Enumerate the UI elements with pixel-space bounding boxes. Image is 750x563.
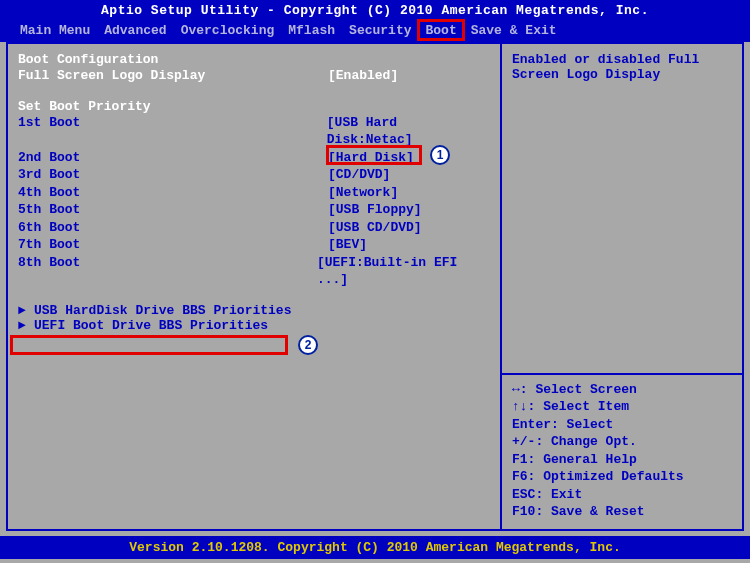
label-7th: 7th Boot (18, 236, 328, 254)
key-select-screen: ↔: Select Screen (512, 381, 732, 399)
label-logo: Full Screen Logo Display (18, 67, 328, 85)
title-bar: Aptio Setup Utility - Copyright (C) 2010… (0, 0, 750, 21)
arrow-icon: ► (18, 318, 28, 333)
key-help: ↔: Select Screen ↑↓: Select Item Enter: … (512, 381, 732, 521)
key-f10: F10: Save & Reset (512, 503, 732, 521)
key-enter: Enter: Select (512, 416, 732, 434)
row-3rd-boot[interactable]: 3rd Boot [CD/DVD] (18, 166, 490, 184)
annotation-circle-2: 2 (298, 335, 318, 355)
label-5th: 5th Boot (18, 201, 328, 219)
menu-save-exit[interactable]: Save & Exit (471, 23, 557, 38)
right-divider (502, 373, 742, 375)
value-logo: [Enabled] (328, 67, 398, 85)
footer-bar: Version 2.10.1208. Copyright (C) 2010 Am… (0, 536, 750, 559)
submenu-usb-bbs[interactable]: ► USB HardDisk Drive BBS Priorities (18, 303, 490, 318)
menu-bar: Main Menu Advanced Overclocking Mflash S… (0, 21, 750, 42)
label-6th: 6th Boot (18, 219, 328, 237)
left-panel: Boot Configuration Full Screen Logo Disp… (8, 44, 502, 529)
arrow-icon: ► (18, 303, 28, 318)
label-1st: 1st Boot (18, 114, 327, 149)
key-change-opt: +/-: Change Opt. (512, 433, 732, 451)
value-8th: [UEFI:Built-in EFI ...] (317, 254, 490, 289)
value-7th: [BEV] (328, 236, 367, 254)
key-select-item: ↑↓: Select Item (512, 398, 732, 416)
menu-advanced[interactable]: Advanced (104, 23, 166, 38)
value-4th: [Network] (328, 184, 398, 202)
row-6th-boot[interactable]: 6th Boot [USB CD/DVD] (18, 219, 490, 237)
label-4th: 4th Boot (18, 184, 328, 202)
label-2nd: 2nd Boot (18, 149, 328, 167)
footer-text: Version 2.10.1208. Copyright (C) 2010 Am… (129, 540, 620, 555)
menu-mflash[interactable]: Mflash (288, 23, 335, 38)
menu-security[interactable]: Security (349, 23, 411, 38)
spacer (18, 85, 490, 99)
title-text: Aptio Setup Utility - Copyright (C) 2010… (101, 3, 649, 18)
value-5th: [USB Floppy] (328, 201, 422, 219)
right-panel: Enabled or disabled Full Screen Logo Dis… (502, 44, 742, 529)
section-boot-config: Boot Configuration (18, 52, 490, 67)
help-line1: Enabled or disabled Full (512, 52, 732, 67)
section-boot-priority: Set Boot Priority (18, 99, 490, 114)
key-esc: ESC: Exit (512, 486, 732, 504)
row-2nd-boot[interactable]: 2nd Boot [Hard Disk] (18, 149, 490, 167)
label-3rd: 3rd Boot (18, 166, 328, 184)
row-5th-boot[interactable]: 5th Boot [USB Floppy] (18, 201, 490, 219)
value-1st: [USB Hard Disk:Netac] (327, 114, 490, 149)
submenu-uefi-bbs[interactable]: ► UEFI Boot Drive BBS Priorities (18, 318, 490, 333)
bios-screen: Aptio Setup Utility - Copyright (C) 2010… (0, 0, 750, 563)
key-f6: F6: Optimized Defaults (512, 468, 732, 486)
menu-boot[interactable]: Boot (426, 23, 457, 38)
value-6th: [USB CD/DVD] (328, 219, 422, 237)
main-area: Boot Configuration Full Screen Logo Disp… (6, 42, 744, 531)
key-f1: F1: General Help (512, 451, 732, 469)
row-logo-display[interactable]: Full Screen Logo Display [Enabled] (18, 67, 490, 85)
row-8th-boot[interactable]: 8th Boot [UEFI:Built-in EFI ...] (18, 254, 490, 289)
label-8th: 8th Boot (18, 254, 317, 289)
submenu-label-uefi: UEFI Boot Drive BBS Priorities (34, 318, 268, 333)
submenu-label-usb: USB HardDisk Drive BBS Priorities (34, 303, 291, 318)
spacer (18, 289, 490, 303)
annotation-circle-1: 1 (430, 145, 450, 165)
menu-overclocking[interactable]: Overclocking (181, 23, 275, 38)
value-3rd: [CD/DVD] (328, 166, 390, 184)
row-7th-boot[interactable]: 7th Boot [BEV] (18, 236, 490, 254)
row-1st-boot[interactable]: 1st Boot [USB Hard Disk:Netac] (18, 114, 490, 149)
row-4th-boot[interactable]: 4th Boot [Network] (18, 184, 490, 202)
help-line2: Screen Logo Display (512, 67, 732, 82)
help-area: Enabled or disabled Full Screen Logo Dis… (512, 52, 732, 369)
menu-main[interactable]: Main Menu (20, 23, 90, 38)
value-2nd: [Hard Disk] (328, 149, 414, 167)
